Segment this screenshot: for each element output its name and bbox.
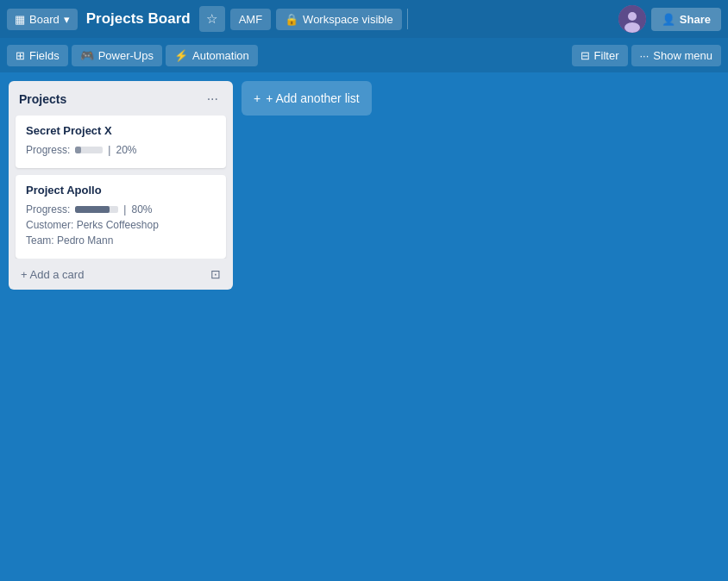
list-menu-button[interactable]: ···: [203, 90, 223, 109]
add-list-label: + Add another list: [266, 91, 360, 105]
plus-icon: +: [254, 91, 260, 105]
avatar[interactable]: [618, 5, 646, 33]
filter-button[interactable]: ⊟ Filter: [572, 45, 628, 66]
svg-point-2: [624, 22, 640, 33]
add-card-label: + Add a card: [21, 268, 84, 281]
powerups-label: Power-Ups: [98, 49, 154, 62]
card-title: Secret Project X: [26, 124, 216, 137]
table-row[interactable]: Secret Project X Progress: | 20%: [16, 116, 226, 168]
workspace-label: Workspace visible: [303, 13, 393, 26]
page-title: Projects Board: [86, 10, 191, 28]
header-divider: [407, 9, 408, 29]
board-content: Projects ··· Secret Project X Progress: …: [0, 72, 728, 581]
progress-bar-track: [75, 206, 118, 213]
board-label: Board: [29, 13, 60, 26]
powerups-button[interactable]: 🎮 Power-Ups: [72, 45, 162, 66]
lock-icon: 🔒: [285, 13, 298, 26]
card-team-field: Team: Pedro Mann: [26, 234, 216, 247]
chevron-down-icon: ▾: [64, 13, 70, 26]
list-cards: Secret Project X Progress: | 20% Project…: [9, 116, 233, 259]
progress-value: 20%: [116, 144, 136, 156]
filter-label: Filter: [594, 49, 619, 62]
list-footer: + Add a card ⊡: [9, 259, 233, 290]
filter-icon: ⊟: [581, 49, 590, 62]
progress-bar-container: [75, 206, 118, 213]
list-menu-icon: ···: [207, 91, 218, 106]
show-menu-label: Show menu: [653, 49, 712, 62]
board-button[interactable]: ▦ Board ▾: [7, 9, 78, 30]
person-icon: 👤: [662, 13, 675, 26]
share-label: Share: [680, 13, 711, 26]
card-progress-field: Progress: | 80%: [26, 203, 216, 216]
card-customer-field: Customer: Perks Coffeeshop: [26, 219, 216, 231]
lightning-icon: ⚡: [174, 49, 188, 62]
list-title: Projects: [19, 92, 66, 106]
dots-icon: ···: [640, 49, 650, 62]
amf-label: AMF: [239, 13, 262, 26]
fields-button[interactable]: ⊞ Fields: [7, 45, 68, 66]
svg-point-1: [628, 12, 637, 21]
board-icon: ▦: [15, 13, 25, 26]
automation-button[interactable]: ⚡ Automation: [166, 45, 258, 66]
star-button[interactable]: ☆: [199, 6, 225, 32]
separator: |: [123, 203, 126, 216]
separator: |: [108, 144, 110, 156]
powerups-icon: 🎮: [80, 49, 94, 62]
card-progress-field: Progress: | 20%: [26, 144, 216, 156]
card-title: Project Apollo: [26, 184, 216, 197]
workspace-visible-button[interactable]: 🔒 Workspace visible: [276, 9, 402, 30]
card-template-button[interactable]: ⊡: [205, 264, 226, 284]
table-row[interactable]: Project Apollo Progress: | 80% Customer:…: [16, 175, 226, 259]
progress-bar-fill: [75, 206, 110, 213]
progress-label: Progress:: [26, 144, 70, 156]
avatar-image: [618, 5, 646, 33]
show-menu-button[interactable]: ··· Show menu: [631, 45, 722, 66]
progress-bar-track: [75, 147, 103, 153]
add-list-button[interactable]: + + Add another list: [242, 81, 372, 116]
add-card-button[interactable]: + Add a card: [16, 265, 89, 284]
fields-icon: ⊞: [16, 49, 25, 62]
automation-label: Automation: [192, 49, 249, 62]
list-header: Projects ···: [9, 81, 233, 116]
progress-bar-fill: [75, 147, 80, 153]
customer-label: Customer: Perks Coffeeshop: [26, 219, 159, 231]
progress-bar-container: [75, 147, 103, 153]
header: ▦ Board ▾ Projects Board ☆ AMF 🔒 Workspa…: [0, 0, 728, 38]
template-icon: ⊡: [210, 267, 221, 281]
projects-list: Projects ··· Secret Project X Progress: …: [9, 81, 233, 290]
fields-label: Fields: [29, 49, 60, 62]
star-icon: ☆: [206, 11, 217, 27]
toolbar: ⊞ Fields 🎮 Power-Ups ⚡ Automation ⊟ Filt…: [0, 38, 728, 72]
share-button[interactable]: 👤 Share: [651, 8, 721, 31]
progress-label: Progress:: [26, 203, 70, 216]
team-label: Team: Pedro Mann: [26, 234, 113, 247]
amf-button[interactable]: AMF: [230, 9, 271, 30]
progress-value: 80%: [131, 203, 152, 216]
